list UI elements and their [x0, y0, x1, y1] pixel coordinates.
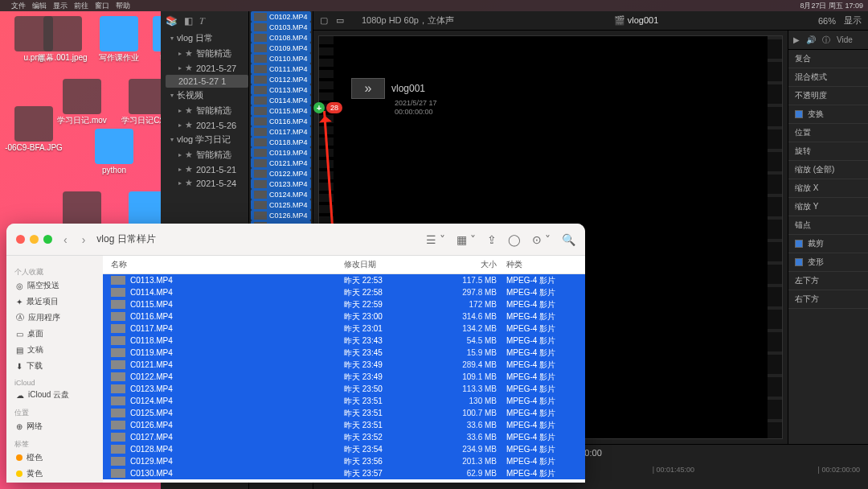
library-tree-item[interactable]: vlog 日常 — [166, 31, 248, 46]
action-icon[interactable]: ⊙ ˅ — [532, 233, 551, 246]
finder-row[interactable]: C0122.MP4昨天 23:49109.1 MBMPEG-4 影片 — [103, 371, 585, 383]
menu-item[interactable]: 编辑 — [32, 2, 47, 10]
desktop-icon[interactable]: 写作课作业 — [90, 16, 148, 63]
project-chip[interactable]: » vlog001 — [351, 78, 425, 99]
tag-icon[interactable]: ◯ — [508, 233, 521, 246]
inspector-row[interactable]: 锚点 — [788, 216, 868, 235]
checkbox-icon[interactable] — [795, 258, 803, 266]
window-controls[interactable] — [16, 235, 52, 244]
library-tree-item[interactable]: ★2021-5-24 — [166, 176, 248, 190]
menu-item[interactable]: 窗口 — [95, 2, 109, 10]
finder-row[interactable]: C0117.MP4昨天 23:01134.2 MBMPEG-4 影片 — [103, 323, 585, 335]
menu-item[interactable]: 文件 — [11, 2, 26, 10]
library-tree-item[interactable]: ★智能精选 — [166, 46, 248, 61]
clip-item[interactable]: C0116.MP4 — [251, 116, 311, 126]
finder-row[interactable]: C0113.MP4昨天 22:53117.5 MBMPEG-4 影片 — [103, 274, 585, 286]
group-icon[interactable]: ▦ ˅ — [457, 233, 476, 246]
menu-item[interactable]: 前往 — [74, 2, 88, 10]
photos-icon[interactable]: ◧ — [184, 15, 193, 27]
library-tree-item[interactable]: ★智能精选 — [166, 147, 248, 162]
view-list-icon[interactable]: ☰ ˅ — [426, 233, 445, 246]
sidebar-item[interactable]: ⊕网络 — [14, 418, 95, 434]
finder-row[interactable]: C0116.MP4昨天 23:00314.6 MBMPEG-4 影片 — [103, 310, 585, 323]
finder-row[interactable]: C0125.MP4昨天 23:51100.7 MBMPEG-4 影片 — [103, 407, 585, 419]
finder-row[interactable]: C0114.MP4昨天 22:58297.8 MBMPEG-4 影片 — [103, 286, 585, 298]
clip-item[interactable]: C0110.MP4 — [251, 53, 311, 64]
zoom-icon[interactable] — [43, 235, 52, 244]
clip-item[interactable]: C0123.MP4 — [251, 179, 311, 189]
menu-item[interactable]: 帮助 — [116, 2, 130, 10]
menu-item[interactable]: 显示 — [53, 2, 68, 10]
library-tree-item[interactable]: ★2021-5-26 — [166, 118, 248, 132]
checkbox-icon[interactable] — [795, 110, 803, 118]
titles-icon[interactable]: 𝑇 — [199, 15, 205, 27]
sidebar-item[interactable]: ✦最近项目 — [14, 294, 95, 310]
checkbox-icon[interactable] — [795, 240, 803, 248]
library-tree-item[interactable]: ★智能精选 — [166, 103, 248, 118]
clip-item[interactable]: C0119.MP4 — [251, 147, 311, 158]
clip-item[interactable]: C0114.MP4 — [251, 95, 311, 105]
viewer-tool-icon[interactable]: ▭ — [336, 15, 344, 26]
clip-item[interactable]: C0121.MP4 — [251, 158, 311, 168]
library-icon[interactable]: 📚 — [166, 15, 178, 27]
inspector-row[interactable]: 右下方 — [788, 290, 868, 309]
clip-item[interactable]: C0108.MP4 — [251, 32, 311, 43]
inspector-info-icon[interactable]: ⓘ — [822, 35, 830, 46]
finder-row[interactable]: C0129.MP4昨天 23:56201.3 MBMPEG-4 影片 — [103, 455, 585, 467]
inspector-video-icon[interactable]: ▶ — [793, 35, 800, 44]
inspector-row[interactable]: 缩放 (全部) — [788, 161, 868, 179]
finder-row[interactable]: C0128.MP4昨天 23:54234.9 MBMPEG-4 影片 — [103, 443, 585, 455]
clip-item[interactable]: C0103.MP4 — [251, 22, 311, 32]
finder-row[interactable]: C0119.MP4昨天 23:4515.9 MBMPEG-4 影片 — [103, 347, 585, 359]
library-tree-item[interactable]: 2021-5-27 1 — [166, 75, 248, 88]
clip-item[interactable]: C0113.MP4 — [251, 84, 311, 95]
sidebar-item[interactable]: ☁iCloud 云盘 — [14, 387, 95, 403]
desktop-icon[interactable]: 黑幕.001.jpeg — [34, 16, 92, 63]
clip-item[interactable]: C0115.MP4 — [251, 105, 311, 116]
clip-item[interactable]: C0126.MP4 — [251, 210, 311, 220]
desktop-icon[interactable]: -06C9-BFA.JPG — [5, 106, 63, 153]
clip-item[interactable]: C0118.MP4 — [251, 137, 311, 147]
col-date[interactable]: 修改日期 — [344, 259, 432, 270]
finder-row[interactable]: C0124.MP4昨天 23:51130 MBMPEG-4 影片 — [103, 395, 585, 407]
clip-item[interactable]: C0117.MP4 — [251, 126, 311, 137]
inspector-row[interactable]: 缩放 Y — [788, 198, 868, 216]
clip-item[interactable]: C0124.MP4 — [251, 189, 311, 199]
sidebar-item[interactable]: ▭桌面 — [14, 326, 95, 342]
finder-row[interactable]: C0130.MP4昨天 23:5762.9 MBMPEG-4 影片 — [103, 467, 585, 479]
inspector-row[interactable]: 缩放 X — [788, 179, 868, 198]
forward-button[interactable]: › — [79, 233, 89, 246]
desktop-icon[interactable]: python — [85, 129, 143, 175]
library-tree-item[interactable]: ★2021-5-21 — [166, 162, 248, 176]
inspector-row[interactable]: 变形 — [788, 253, 868, 272]
inspector-row[interactable]: 裁剪 — [788, 235, 868, 253]
sidebar-item[interactable]: 黄色 — [14, 466, 95, 482]
sidebar-item[interactable]: 绿色 — [14, 482, 95, 483]
clip-item[interactable]: C0122.MP4 — [251, 168, 311, 179]
finder-row[interactable]: C0121.MP4昨天 23:49289.4 MBMPEG-4 影片 — [103, 359, 585, 371]
library-tree-item[interactable]: 长视频 — [166, 88, 248, 103]
clip-item[interactable]: C0111.MP4 — [251, 64, 311, 74]
close-icon[interactable] — [16, 235, 25, 244]
viewer-tool-icon[interactable]: ▢ — [320, 15, 328, 26]
inspector-row[interactable]: 复合 — [788, 50, 868, 68]
sidebar-item[interactable]: ◎隔空投送 — [14, 277, 95, 294]
col-name[interactable]: 名称 — [111, 259, 344, 270]
inspector-row[interactable]: 左下方 — [788, 272, 868, 290]
finder-row[interactable]: C0126.MP4昨天 23:5133.6 MBMPEG-4 影片 — [103, 419, 585, 431]
inspector-row[interactable]: 不透明度 — [788, 87, 868, 105]
library-tree-item[interactable]: vlog 学习日记 — [166, 132, 248, 147]
library-tree-item[interactable]: ★2021-5-27 — [166, 61, 248, 75]
clip-item[interactable]: C0102.MP4 — [251, 11, 311, 22]
col-kind[interactable]: 种类 — [497, 259, 577, 270]
minimize-icon[interactable] — [30, 235, 39, 244]
inspector-row[interactable]: 混合模式 — [788, 68, 868, 87]
clip-item[interactable]: C0112.MP4 — [251, 74, 311, 84]
clip-item[interactable]: C0109.MP4 — [251, 43, 311, 53]
inspector-row[interactable]: 旋转 — [788, 142, 868, 161]
zoom-level[interactable]: 66% — [818, 16, 836, 26]
back-button[interactable]: ‹ — [60, 233, 71, 246]
sidebar-item[interactable]: Ⓐ应用程序 — [14, 310, 95, 326]
finder-columns[interactable]: 名称 修改日期 大小 种类 — [103, 256, 585, 274]
share-icon[interactable]: ⇪ — [487, 233, 497, 246]
